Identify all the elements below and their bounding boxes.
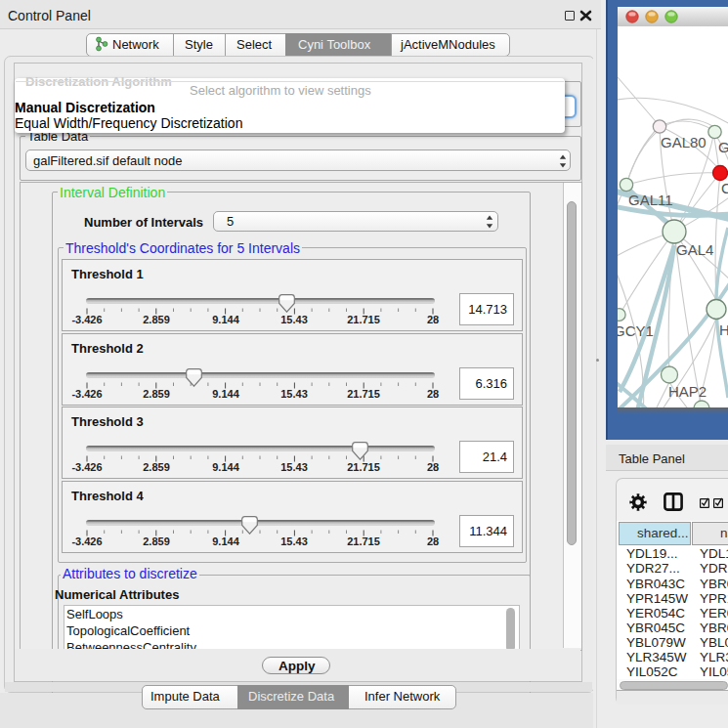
svg-text:HA: HA <box>719 321 728 338</box>
svg-text:GAL80: GAL80 <box>661 134 707 150</box>
svg-text:HAP2: HAP2 <box>668 383 707 400</box>
svg-text:GAL4: GAL4 <box>676 241 713 258</box>
svg-text:C.: C. <box>721 180 728 196</box>
svg-text:GCY1: GCY1 <box>618 322 654 339</box>
svg-text:GAL11: GAL11 <box>628 192 673 208</box>
svg-text:GA: GA <box>718 139 728 155</box>
